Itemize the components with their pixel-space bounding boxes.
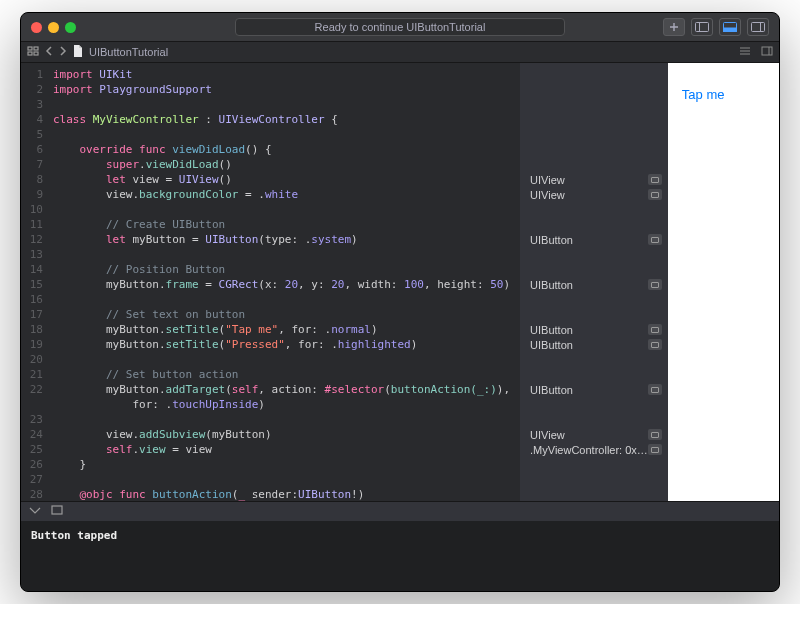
result-row[interactable]: UIView [520,187,668,202]
quicklook-icon[interactable] [648,384,662,395]
result-text: UIButton [530,279,648,291]
result-row[interactable]: UIView [520,172,668,187]
result-text: .MyViewController: 0x… [530,444,648,456]
result-row [520,487,668,502]
toggle-bottom-panel-button[interactable] [719,18,741,36]
code-line[interactable]: view.backgroundColor = .white [53,187,520,202]
result-row [520,352,668,367]
result-row[interactable]: UIButton [520,277,668,292]
breadcrumb-filename[interactable]: UIButtonTutorial [89,46,168,58]
code-line[interactable] [53,292,520,307]
quicklook-icon[interactable] [648,189,662,200]
code-line[interactable]: class MyViewController : UIViewControlle… [53,112,520,127]
source-editor[interactable]: 1234567891011121314151617181920212223242… [21,63,520,501]
code-text[interactable]: import UIKitimport PlaygroundSupportclas… [49,63,520,501]
svg-rect-6 [28,47,32,50]
code-line[interactable] [53,127,520,142]
code-line[interactable] [53,412,520,427]
svg-rect-4 [752,23,765,32]
result-row [520,142,668,157]
console-output[interactable]: Button tapped [21,521,779,591]
preview-button[interactable]: Tap me [682,87,725,102]
traffic-lights [31,22,76,33]
code-line[interactable]: // Set text on button [53,307,520,322]
code-line[interactable] [53,97,520,112]
result-row [520,157,668,172]
result-text: UIButton [530,339,648,351]
code-line[interactable]: myButton.frame = CGRect(x: 20, y: 20, wi… [53,277,520,292]
result-row [520,247,668,262]
code-line[interactable]: // Position Button [53,262,520,277]
result-row [520,397,668,412]
minimize-window-button[interactable] [48,22,59,33]
code-line[interactable]: let view = UIView() [53,172,520,187]
toggle-right-panel-button[interactable] [747,18,769,36]
toggle-left-panel-button[interactable] [691,18,713,36]
quicklook-icon[interactable] [648,429,662,440]
result-text: UIButton [530,384,648,396]
svg-rect-13 [762,47,772,55]
result-row [520,292,668,307]
code-line[interactable]: super.viewDidLoad() [53,157,520,172]
quicklook-icon[interactable] [648,234,662,245]
quicklook-icon[interactable] [648,444,662,455]
activity-status[interactable]: Ready to continue UIButtonTutorial [235,18,565,36]
code-line[interactable]: myButton.setTitle("Pressed", for: .highl… [53,337,520,352]
content-area: 1234567891011121314151617181920212223242… [21,63,779,501]
code-line[interactable]: import PlaygroundSupport [53,82,520,97]
toggle-console-view-icon[interactable] [51,505,63,518]
console-line: Button tapped [31,529,117,542]
result-text: UIButton [530,234,648,246]
nav-forward-button[interactable] [59,46,67,58]
titlebar: Ready to continue UIButtonTutorial [21,13,779,41]
result-text: UIView [530,189,648,201]
code-line[interactable] [53,247,520,262]
code-line[interactable] [53,202,520,217]
quicklook-icon[interactable] [648,174,662,185]
result-text: UIView [530,174,648,186]
result-row [520,82,668,97]
zoom-window-button[interactable] [65,22,76,33]
adjust-editor-icon[interactable] [761,46,773,58]
result-text: UIButton [530,324,648,336]
code-line[interactable]: } [53,457,520,472]
toggle-variables-view-icon[interactable] [29,505,41,518]
result-row[interactable]: .MyViewController: 0x… [520,442,668,457]
add-button[interactable] [663,18,685,36]
svg-rect-0 [696,23,709,32]
code-line[interactable]: for: .touchUpInside) [53,397,520,412]
activity-status-text: Ready to continue UIButtonTutorial [315,21,486,33]
nav-back-button[interactable] [45,46,53,58]
code-line[interactable]: view.addSubview(myButton) [53,427,520,442]
related-items-icon[interactable] [27,46,39,58]
result-row [520,307,668,322]
result-row [520,262,668,277]
code-line[interactable]: // Set button action [53,367,520,382]
quicklook-icon[interactable] [648,339,662,350]
quicklook-icon[interactable] [648,324,662,335]
result-row[interactable]: UIButton [520,232,668,247]
svg-rect-8 [34,47,38,50]
close-window-button[interactable] [31,22,42,33]
document-items-icon[interactable] [739,46,751,58]
result-row [520,202,668,217]
result-row[interactable]: UIView [520,427,668,442]
result-row [520,112,668,127]
code-line[interactable] [53,472,520,487]
code-line[interactable] [53,352,520,367]
code-line[interactable]: override func viewDidLoad() { [53,142,520,157]
code-line[interactable]: import UIKit [53,67,520,82]
code-line[interactable]: myButton.addTarget(self, action: #select… [53,382,520,397]
result-row[interactable]: UIButton [520,322,668,337]
result-row [520,217,668,232]
code-line[interactable]: self.view = view [53,442,520,457]
code-line[interactable]: myButton.setTitle("Tap me", for: .normal… [53,322,520,337]
result-row[interactable]: UIButton [520,337,668,352]
code-line[interactable]: let myButton = UIButton(type: .system) [53,232,520,247]
code-line[interactable]: @objc func buttonAction(_ sender:UIButto… [53,487,520,501]
code-line[interactable]: // Create UIButton [53,217,520,232]
result-row[interactable]: UIButton [520,382,668,397]
quicklook-icon[interactable] [648,279,662,290]
line-number-gutter: 1234567891011121314151617181920212223242… [21,63,49,501]
live-view-preview: Tap me [668,63,779,501]
